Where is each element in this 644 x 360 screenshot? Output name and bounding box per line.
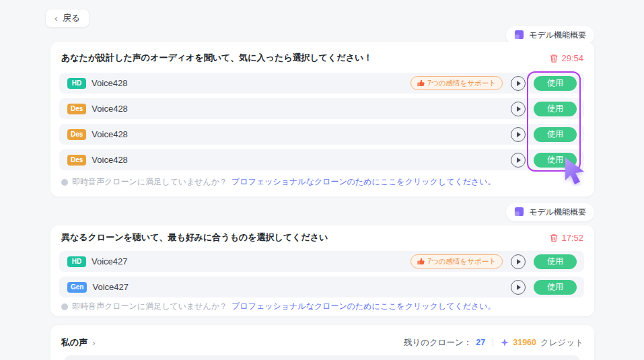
voice-name: Voice428 bbox=[92, 78, 128, 88]
voice-row: Gen Voice427 使用 bbox=[59, 277, 584, 297]
emotion-support-badge: 7つの感情をサポート bbox=[410, 254, 503, 268]
play-button[interactable] bbox=[511, 127, 526, 142]
play-icon bbox=[517, 132, 521, 137]
emotion-label: 7つの感情をサポート bbox=[427, 79, 496, 88]
trash-icon[interactable] bbox=[550, 54, 558, 63]
pro-clone-note: 即時音声クローンに満足していませんか？プロフェッショナルなクローンのためにここを… bbox=[61, 176, 496, 188]
remaining-clones-count: 27 bbox=[476, 338, 485, 347]
row-actions: 使用 bbox=[511, 280, 577, 295]
voice-row: HD Voice427 7つの感情をサポート 使用 bbox=[59, 251, 584, 272]
voice-row-list: HD Voice428 7つの感情をサポート 使用 Des Voi bbox=[59, 73, 584, 175]
row-actions: 使用 bbox=[511, 153, 577, 168]
chevron-right-icon: › bbox=[92, 338, 95, 348]
clone-compare-card: 異なるクローンを聴いて、最も好みに合うものを選択してください 17:52 HD … bbox=[50, 225, 594, 316]
model-overview-label: モデル機能概要 bbox=[529, 207, 586, 218]
row-actions: 7つの感情をサポート 使用 bbox=[410, 76, 577, 91]
emotion-support-badge: 7つの感情をサポート bbox=[410, 76, 503, 90]
play-button[interactable] bbox=[511, 280, 526, 295]
row-actions: 使用 bbox=[511, 127, 577, 142]
voice-name: Voice427 bbox=[92, 256, 128, 266]
pro-clone-link[interactable]: プロフェッショナルなクローンのためにここをクリックしてください。 bbox=[231, 176, 495, 188]
credits-label: クレジット bbox=[540, 337, 583, 349]
info-dot-icon bbox=[61, 303, 68, 310]
emotion-label: 7つの感情をサポート bbox=[427, 257, 496, 266]
sparkle-icon bbox=[501, 338, 509, 347]
quality-badge-des: Des bbox=[67, 104, 86, 114]
use-button[interactable]: 使用 bbox=[534, 153, 577, 168]
card-header: あなたが設計した声のオーディオを聞いて、気に入ったら選択してください！ 29:5… bbox=[50, 42, 594, 65]
expiry-timer: 17:52 bbox=[550, 233, 583, 243]
play-button[interactable] bbox=[511, 102, 526, 116]
card-header: 異なるクローンを聴いて、最も好みに合うものを選択してください 17:52 bbox=[50, 225, 594, 244]
play-icon bbox=[517, 81, 521, 86]
chevron-left-icon: ‹ bbox=[55, 13, 58, 23]
play-icon bbox=[517, 106, 521, 112]
quality-badge-hd: HD bbox=[67, 78, 86, 89]
play-icon bbox=[517, 157, 521, 163]
back-label: 戻る bbox=[63, 12, 80, 24]
use-button[interactable]: 使用 bbox=[534, 280, 577, 295]
play-button[interactable] bbox=[511, 254, 526, 269]
my-voice-title: 私の声 bbox=[61, 336, 87, 349]
my-voice-card: 私の声 › 残りのクローン： 27 31960 クレジット bbox=[50, 325, 594, 360]
use-button[interactable]: 使用 bbox=[534, 102, 577, 116]
play-button[interactable] bbox=[511, 76, 526, 91]
voice-row: HD Voice428 7つの感情をサポート 使用 bbox=[59, 73, 584, 94]
voice-name: Voice428 bbox=[92, 155, 128, 165]
credits-value: 31960 bbox=[513, 338, 536, 347]
card-title: 異なるクローンを聴いて、最も好みに合うものを選択してください bbox=[61, 231, 328, 244]
voice-row-list: HD Voice427 7つの感情をサポート 使用 Gen Voi bbox=[59, 251, 584, 302]
card-title: あなたが設計した声のオーディオを聞いて、気に入ったら選択してください！ bbox=[61, 51, 372, 65]
use-button[interactable]: 使用 bbox=[534, 127, 577, 142]
voice-row: Des Voice428 使用 bbox=[59, 98, 584, 119]
voice-clone-page: ‹ 戻る モデル機能概要 あなたが設計した声のオーディオを聞いて、気に入ったら選… bbox=[0, 0, 644, 360]
play-button[interactable] bbox=[511, 153, 526, 168]
pro-clone-note: 即時音声クローンに満足していませんか？プロフェッショナルなクローンのためにここを… bbox=[61, 301, 496, 312]
voice-name: Voice428 bbox=[92, 129, 128, 139]
account-stats: 残りのクローン： 27 31960 クレジット bbox=[404, 337, 583, 349]
model-overview-button-2[interactable]: モデル機能概要 bbox=[506, 203, 594, 221]
remaining-clones-label: 残りのクローン： bbox=[404, 337, 472, 349]
back-button[interactable]: ‹ 戻る bbox=[45, 9, 90, 28]
quality-badge-hd: HD bbox=[67, 256, 86, 267]
timer-value: 17:52 bbox=[561, 233, 583, 243]
note-question: 即時音声クローンに満足していませんか？ bbox=[72, 301, 227, 312]
quality-badge-des: Des bbox=[67, 129, 86, 140]
note-question: 即時音声クローンに満足していませんか？ bbox=[72, 176, 227, 188]
voice-row: Des Voice428 使用 bbox=[59, 124, 584, 145]
thumbs-up-icon bbox=[417, 258, 425, 265]
use-button[interactable]: 使用 bbox=[534, 76, 577, 91]
timer-value: 29:54 bbox=[561, 53, 583, 63]
info-dot-icon bbox=[61, 179, 68, 186]
book-icon bbox=[514, 30, 524, 42]
book-icon bbox=[514, 207, 524, 219]
voice-name: Voice428 bbox=[92, 104, 128, 114]
voice-row: Des Voice428 使用 bbox=[59, 149, 584, 170]
my-voice-header[interactable]: 私の声 › 残りのクローン： 27 31960 クレジット bbox=[50, 325, 594, 349]
voice-row-partial bbox=[64, 355, 580, 360]
trash-icon[interactable] bbox=[550, 233, 558, 242]
play-icon bbox=[517, 259, 521, 264]
thumbs-up-icon bbox=[417, 79, 425, 87]
quality-badge-des: Des bbox=[67, 155, 86, 166]
expiry-timer: 29:54 bbox=[550, 53, 583, 63]
model-overview-label: モデル機能概要 bbox=[529, 30, 586, 41]
row-actions: 使用 bbox=[511, 102, 577, 116]
designed-voice-card: あなたが設計した声のオーディオを聞いて、気に入ったら選択してください！ 29:5… bbox=[50, 42, 594, 196]
row-actions: 7つの感情をサポート 使用 bbox=[410, 254, 577, 269]
quality-badge-gen: Gen bbox=[67, 282, 87, 293]
pro-clone-link[interactable]: プロフェッショナルなクローンのためにここをクリックしてください。 bbox=[231, 301, 495, 312]
voice-name: Voice427 bbox=[92, 282, 129, 292]
use-button[interactable]: 使用 bbox=[534, 254, 577, 269]
play-icon bbox=[517, 285, 521, 290]
divider bbox=[493, 338, 493, 347]
